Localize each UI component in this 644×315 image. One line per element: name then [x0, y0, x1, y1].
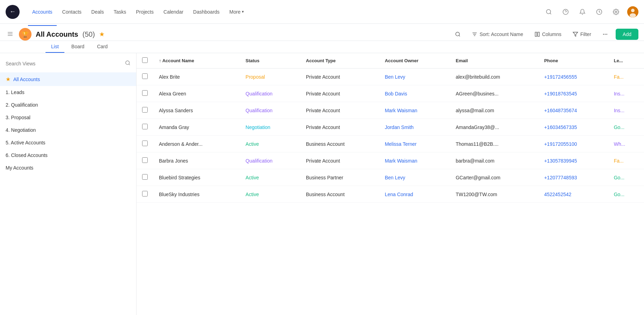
sidebar-item-0[interactable]: ★All Accounts	[0, 72, 136, 86]
more-options[interactable]	[599, 29, 611, 39]
owner-link[interactable]: Ben Levy	[385, 175, 405, 180]
col-header-phone: Phone	[539, 53, 608, 69]
sidebar-item-2[interactable]: 2. Qualification	[0, 99, 136, 111]
cell-account-name: BlueSky Industries	[153, 186, 240, 203]
add-button[interactable]: Add	[616, 29, 638, 40]
row-select-checkbox[interactable]	[142, 174, 148, 180]
phone-link[interactable]: 4522452542	[544, 192, 572, 197]
status-badge: Qualification	[246, 108, 273, 113]
lead-value: Ins...	[614, 91, 624, 96]
nav-link-accounts[interactable]: Accounts	[28, 6, 57, 17]
owner-link[interactable]: Mark Waisman	[385, 158, 417, 164]
owner-link[interactable]: Melissa Terner	[385, 141, 416, 147]
sidebar-item-label: 2. Qualification	[6, 102, 38, 108]
cell-lead: Fa...	[608, 69, 644, 85]
table-row[interactable]: Barbra JonesQualificationPrivate Account…	[136, 152, 644, 169]
row-select-checkbox[interactable]	[142, 107, 148, 113]
cell-account-type: Private Account	[300, 152, 379, 169]
tab-card[interactable]: Card	[91, 41, 113, 53]
history-icon-btn[interactable]	[594, 6, 605, 17]
sidebar-item-6[interactable]: 6. Closed Accounts	[0, 149, 136, 162]
search-icon-btn[interactable]	[543, 6, 554, 17]
sidebar-item-4[interactable]: 4. Negotiation	[0, 124, 136, 136]
owner-link[interactable]: Bob Davis	[385, 91, 407, 96]
search-views-icon[interactable]	[125, 60, 131, 67]
row-checkbox-6	[136, 169, 153, 186]
app-logo[interactable]: ←	[6, 5, 20, 19]
table-row[interactable]: Alyssa SandersQualificationPrivate Accou…	[136, 102, 644, 119]
row-select-checkbox[interactable]	[142, 157, 148, 163]
cell-status: Active	[240, 169, 300, 186]
search-views-input[interactable]	[6, 61, 125, 66]
phone-link[interactable]: +16048735674	[544, 108, 577, 113]
nav-link-deals[interactable]: Deals	[87, 6, 108, 17]
phone-link[interactable]: +19172055100	[544, 141, 577, 147]
cell-lead: Go...	[608, 186, 644, 203]
nav-links: AccountsContactsDealsTasksProjectsCalend…	[28, 6, 543, 17]
settings-icon-btn[interactable]	[610, 6, 622, 17]
row-select-checkbox[interactable]	[142, 90, 148, 96]
search-action[interactable]	[451, 29, 464, 39]
lead-value: Fa...	[614, 158, 624, 164]
table-row[interactable]: Bluebird StrategiesActiveBusiness Partne…	[136, 169, 644, 186]
help-icon-btn[interactable]	[560, 6, 571, 17]
nav-link-contacts[interactable]: Contacts	[58, 6, 86, 17]
status-badge: Proposal	[246, 74, 265, 80]
cell-phone: +16034567335	[539, 119, 608, 136]
table-row[interactable]: BlueSky IndustriesActiveBusiness Account…	[136, 186, 644, 203]
row-select-checkbox[interactable]	[142, 141, 148, 146]
nav-more[interactable]: More▾	[225, 6, 248, 17]
lead-value: Go...	[614, 124, 624, 130]
favorite-star[interactable]: ★	[99, 30, 105, 38]
cell-account-name: Amanda Gray	[153, 119, 240, 136]
phone-link[interactable]: +16034567335	[544, 124, 577, 130]
row-select-checkbox[interactable]	[142, 124, 148, 129]
accounts-table: ↑ Account NameStatusAccount TypeAccount …	[136, 53, 644, 203]
cell-account-name: Bluebird Strategies	[153, 169, 240, 186]
phone-link[interactable]: +19018763545	[544, 91, 577, 96]
phone-link[interactable]: +12077748593	[544, 175, 577, 180]
table-row[interactable]: Anderson & Ander...ActiveBusiness Accoun…	[136, 136, 644, 152]
select-all-checkbox[interactable]	[142, 57, 148, 63]
status-badge: Active	[246, 141, 259, 147]
owner-link[interactable]: Ben Levy	[385, 74, 405, 80]
cell-status: Proposal	[240, 69, 300, 85]
row-select-checkbox[interactable]	[142, 73, 148, 79]
sidebar-item-7[interactable]: My Accounts	[0, 162, 136, 174]
row-checkbox-2	[136, 102, 153, 119]
nav-link-tasks[interactable]: Tasks	[110, 6, 131, 17]
phone-link[interactable]: +19172456555	[544, 74, 577, 80]
nav-link-projects[interactable]: Projects	[132, 6, 158, 17]
tab-board[interactable]: Board	[66, 41, 90, 53]
lead-value: Go...	[614, 192, 624, 197]
sidebar-item-3[interactable]: 3. Proposal	[0, 111, 136, 124]
cell-account-owner: Melissa Terner	[379, 136, 450, 152]
svg-point-20	[606, 34, 607, 35]
sidebar-item-5[interactable]: 5. Active Accounts	[0, 136, 136, 149]
hamburger-menu[interactable]	[6, 29, 15, 40]
phone-link[interactable]: +13057839945	[544, 158, 577, 164]
nav-link-dashboards[interactable]: Dashboards	[189, 6, 224, 17]
table-row[interactable]: Amanda GrayNegotiationPrivate AccountJor…	[136, 119, 644, 136]
cell-phone: +12077748593	[539, 169, 608, 186]
tab-list[interactable]: List	[46, 41, 64, 53]
owner-link[interactable]: Mark Waisman	[385, 108, 417, 113]
cell-account-owner: Jordan Smith	[379, 119, 450, 136]
col-header-account_name[interactable]: ↑ Account Name	[153, 53, 240, 69]
bell-icon-btn[interactable]	[577, 6, 588, 17]
sidebar: ★All Accounts1. Leads2. Qualification3. …	[0, 53, 136, 315]
columns-action[interactable]: Columns	[531, 29, 565, 39]
row-select-checkbox[interactable]	[142, 191, 148, 196]
table-row[interactable]: Alexa GreenQualificationPrivate AccountB…	[136, 85, 644, 102]
filter-action[interactable]: Filter	[569, 29, 595, 39]
nav-link-calendar[interactable]: Calendar	[159, 6, 188, 17]
lead-value: Go...	[614, 175, 624, 180]
cell-phone: +13057839945	[539, 152, 608, 169]
sidebar-item-1[interactable]: 1. Leads	[0, 86, 136, 99]
owner-link[interactable]: Lena Conrad	[385, 192, 413, 197]
owner-link[interactable]: Jordan Smith	[385, 124, 413, 130]
sort-action[interactable]: Sort: Account Name	[468, 29, 527, 39]
cell-status: Qualification	[240, 85, 300, 102]
table-row[interactable]: Alex BriteProposalPrivate AccountBen Lev…	[136, 69, 644, 85]
user-avatar[interactable]	[627, 6, 638, 17]
